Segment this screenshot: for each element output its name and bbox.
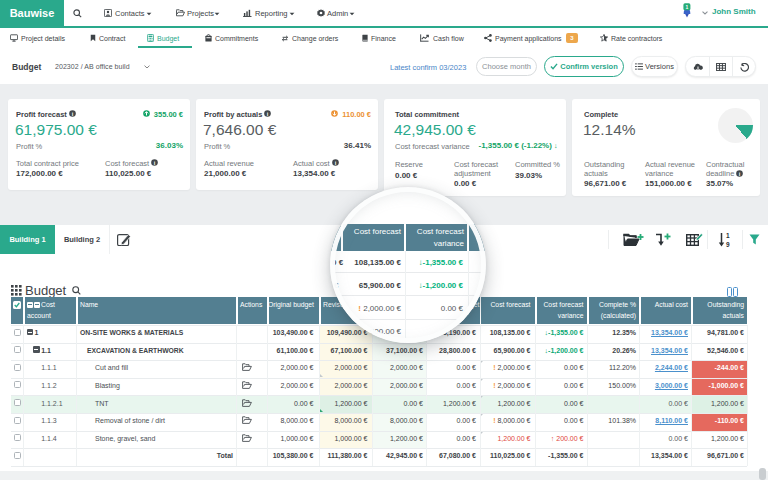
svg-text:9: 9	[726, 241, 730, 248]
svg-text:1: 1	[686, 4, 689, 10]
svg-text:1: 1	[726, 232, 730, 239]
